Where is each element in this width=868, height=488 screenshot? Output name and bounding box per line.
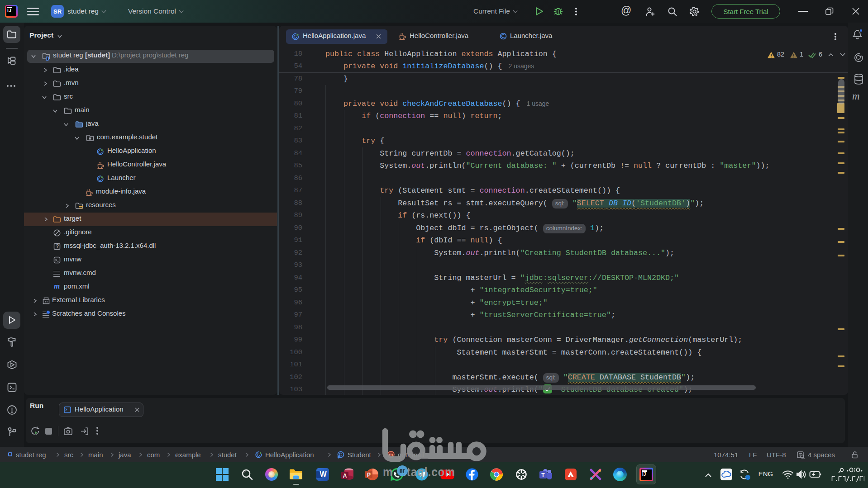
svg-text:P: P	[367, 472, 371, 478]
svg-text:A: A	[343, 473, 347, 479]
svg-text:T: T	[541, 472, 545, 479]
